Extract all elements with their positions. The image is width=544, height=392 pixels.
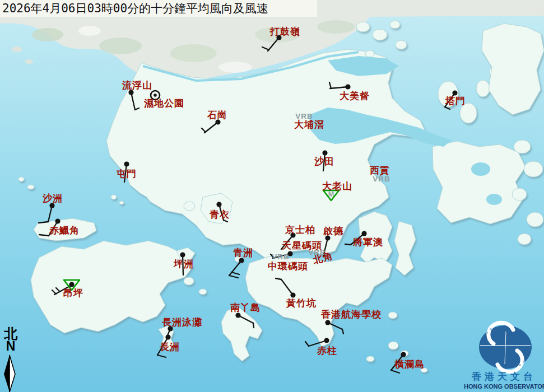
station-dot xyxy=(124,161,129,166)
station-label: 大美督 xyxy=(340,90,370,101)
station-label: 啟德 xyxy=(323,225,343,236)
wind-map-screen: 打鼓嶺流浮山濕地公園石崗大美督塔門VRB大埔滘沙田VRB西貢M大老山屯門沙洲赤鱲… xyxy=(0,0,544,392)
station-label: 塔門 xyxy=(445,95,466,106)
station-dot xyxy=(216,202,221,207)
station-label: 黃竹坑 xyxy=(286,297,317,309)
station-dot xyxy=(324,338,329,343)
maintenance-flag: M xyxy=(328,190,334,198)
station-label: 赤柱 xyxy=(317,345,337,356)
north-label-latin: N xyxy=(1,340,20,352)
title-bar: 2026年4月06日03時00分的十分鐘平均風向及風速 xyxy=(0,0,317,17)
station-label: 濕地公園 xyxy=(143,97,184,109)
station-label: 長洲 xyxy=(160,341,180,352)
station-label: 京士柏 xyxy=(285,224,315,235)
station-dot xyxy=(239,258,244,263)
station-dot xyxy=(325,320,330,325)
station-label: 石崗 xyxy=(207,109,227,120)
station-label: 橫瀾島 xyxy=(394,358,425,370)
station-label: 坪洲 xyxy=(173,258,194,269)
station-label: 將軍澳 xyxy=(352,236,383,248)
station-label: 大老山 xyxy=(322,180,352,192)
map-canvas: 打鼓嶺流浮山濕地公園石崗大美督塔門VRB大埔滘沙田VRB西貢M大老山屯門沙洲赤鱲… xyxy=(0,0,544,392)
station-label: 沙田 xyxy=(314,156,334,167)
station-label: 香港航海學校 xyxy=(320,309,382,320)
compass-labels: 北 N xyxy=(1,327,20,352)
wind-barb xyxy=(345,244,351,245)
calm-dot xyxy=(154,94,157,97)
station-label: 屯門 xyxy=(116,168,137,179)
land-saikung xyxy=(433,141,526,224)
hko-logo-cjk: 香港天文台 xyxy=(464,370,544,383)
station-dot xyxy=(235,312,240,318)
station-dot xyxy=(69,282,74,287)
map-title: 2026年4月06日03時00分的十分鐘平均風向及風速 xyxy=(0,1,268,16)
station-label: 流浮山 xyxy=(122,80,152,91)
station-label: 中環碼頭 xyxy=(268,260,308,272)
station-label: 昂坪 xyxy=(63,287,83,298)
vrb-flag: VRB xyxy=(373,175,390,183)
station-dot xyxy=(345,84,350,89)
wind-barb xyxy=(253,323,254,328)
station-label: 青洲 xyxy=(233,247,253,258)
station-label: 西貢 xyxy=(369,165,390,176)
vrb-flag: VRB xyxy=(272,253,290,261)
station-label: 打鼓嶺 xyxy=(269,26,300,37)
station-label: 大埔滘 xyxy=(294,119,324,130)
station-dot xyxy=(401,352,406,357)
station-label: 赤鱲角 xyxy=(49,225,80,236)
station-label: 沙洲 xyxy=(42,193,63,204)
station-label: 南丫島 xyxy=(230,302,261,313)
station-label: 長洲泳灘 xyxy=(162,316,202,328)
station-label: 青衣 xyxy=(210,209,230,220)
station-dot xyxy=(55,218,60,223)
station-dot xyxy=(165,334,170,339)
station-dot xyxy=(322,150,327,155)
hko-logo-en: HONG KONG OBSERVATORY xyxy=(464,383,544,390)
hko-logo: 香港天文台 HONG KONG OBSERVATORY xyxy=(464,324,544,392)
station: VRB西貢 xyxy=(369,165,390,183)
station-dot xyxy=(180,252,185,257)
station-dot xyxy=(361,231,366,236)
